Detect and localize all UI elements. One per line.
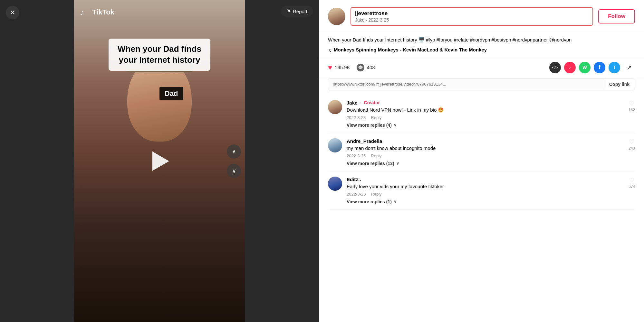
heart-icon[interactable]: ♥ xyxy=(328,63,332,72)
comment-item-andre: Andre_Pradella my man don't know about i… xyxy=(328,133,635,171)
tiktok-logo-icon: ♪ xyxy=(77,6,89,18)
down-arrow-icon: ∨ xyxy=(232,167,236,174)
comment-text-editz: Early love your vids your my favourite t… xyxy=(347,183,624,190)
view-replies-jake[interactable]: View more replies (4) ∨ xyxy=(347,123,397,128)
likes-count: 195.9K xyxy=(335,65,350,70)
author-info-box: jjeverettrose Jake · 2022-3-25 xyxy=(351,7,593,26)
play-button[interactable] xyxy=(148,150,171,172)
comment-heart-icon-jake[interactable]: ♡ xyxy=(629,100,634,107)
nav-arrows: ∧ ∨ xyxy=(227,144,241,178)
author-avatar[interactable] xyxy=(328,8,345,25)
comment-text-jake: Download Nord VPN now! - Link in my bio … xyxy=(347,106,624,113)
comment-like-count-editz: 574 xyxy=(629,184,635,189)
close-icon: ✕ xyxy=(10,9,15,16)
comment-username-jake[interactable]: Jake xyxy=(347,100,357,106)
comment-meta-editz: 2022-3-25 Reply xyxy=(347,192,624,197)
follow-button[interactable]: Follow xyxy=(598,9,635,23)
comment-body-jake: Jake · Creator Download Nord VPN now! - … xyxy=(347,100,624,128)
video-main[interactable]: When your Dad finds your Internet histor… xyxy=(74,0,245,322)
likes-group: ♥ 195.9K xyxy=(328,63,350,72)
prev-video-button[interactable]: ∧ xyxy=(227,144,241,159)
comment-like-count-jake: 162 xyxy=(629,108,635,112)
dot-separator: · xyxy=(360,100,361,105)
author-username[interactable]: jjeverettrose xyxy=(355,10,589,17)
report-button[interactable]: ⚑ Report xyxy=(281,6,313,17)
comment-item-editz: Editz:. Early love your vids your my fav… xyxy=(328,171,635,210)
music-note-icon: ♫ xyxy=(328,47,332,53)
comment-text-andre: my man don't know about incognito mode xyxy=(347,145,624,152)
tiktok-brand-name: TikTok xyxy=(92,8,114,16)
facebook-share-button[interactable]: f xyxy=(594,62,605,73)
tiktok-header: ♪ TikTok xyxy=(77,6,114,18)
comment-avatar-andre[interactable] xyxy=(328,138,342,152)
copy-link-button[interactable]: Copy link xyxy=(604,78,635,90)
comment-date-jake: 2022-3-28 xyxy=(347,115,366,120)
comment-like-editz: ♡ 574 xyxy=(629,177,635,204)
comment-date-editz: 2022-3-25 xyxy=(347,192,366,197)
embed-icon: </> xyxy=(552,65,558,70)
comment-avatar-editz[interactable] xyxy=(328,177,342,191)
embed-button[interactable]: </> xyxy=(549,62,561,73)
tiktok-share-button[interactable]: ♪ xyxy=(564,62,576,73)
view-replies-label-jake: View more replies (4) xyxy=(347,123,392,128)
view-replies-label-andre: View more replies (13) xyxy=(347,161,394,166)
comments-count: 408 xyxy=(367,65,375,70)
view-replies-andre[interactable]: View more replies (13) ∨ xyxy=(347,161,399,166)
comment-author-line-andre: Andre_Pradella xyxy=(347,138,624,144)
twitter-icon: t xyxy=(614,65,615,70)
music-line: ♫ Monkeys Spinning Monkeys - Kevin MacLe… xyxy=(328,47,635,53)
music-title: Monkeys Spinning Monkeys - Kevin MacLeod… xyxy=(334,47,487,52)
next-video-button[interactable]: ∨ xyxy=(227,164,241,178)
comment-like-count-andre: 240 xyxy=(629,146,635,151)
url-bar: https://www.tiktok.com/@jjeverettrose/vi… xyxy=(328,78,635,90)
comment-body-andre: Andre_Pradella my man don't know about i… xyxy=(347,138,624,166)
video-dad-label: Dad xyxy=(159,87,183,100)
share-more-icon: ↗ xyxy=(627,64,632,71)
comment-item: Jake · Creator Download Nord VPN now! - … xyxy=(328,95,635,133)
close-button[interactable]: ✕ xyxy=(6,6,19,19)
report-label: Report xyxy=(293,9,307,14)
comment-username-andre[interactable]: Andre_Pradella xyxy=(347,138,382,144)
report-flag-icon: ⚑ xyxy=(287,8,291,14)
creator-badge: Creator xyxy=(364,100,380,105)
comment-icon[interactable]: 💬 xyxy=(357,64,364,71)
description-section: When your Dad finds your Internet histor… xyxy=(319,31,644,57)
share-icons: </> ♪ W f t ↗ xyxy=(549,62,635,73)
reply-button-editz[interactable]: Reply xyxy=(371,192,381,197)
comment-heart-icon-editz[interactable]: ♡ xyxy=(629,177,634,184)
comment-date-andre: 2022-3-25 xyxy=(347,153,366,158)
tiktok-share-icon: ♪ xyxy=(569,65,571,70)
comment-meta-andre: 2022-3-25 Reply xyxy=(347,153,624,158)
comment-heart-icon-andre[interactable]: ♡ xyxy=(629,138,634,145)
whatsapp-share-button[interactable]: W xyxy=(579,62,591,73)
comment-body-editz: Editz:. Early love your vids your my fav… xyxy=(347,177,624,204)
description-text: When your Dad finds your Internet histor… xyxy=(328,36,635,44)
video-bg-left xyxy=(0,0,74,322)
reply-button-andre[interactable]: Reply xyxy=(371,153,381,158)
comment-username-editz[interactable]: Editz:. xyxy=(347,177,361,182)
avatar-image xyxy=(328,8,345,25)
chevron-down-icon-jake: ∨ xyxy=(394,123,397,127)
more-share-button[interactable]: ↗ xyxy=(623,62,635,73)
chevron-down-icon-andre: ∨ xyxy=(396,161,399,166)
up-arrow-icon: ∧ xyxy=(232,148,236,155)
comment-author-line-editz: Editz:. xyxy=(347,177,624,182)
comments-section: Jake · Creator Download Nord VPN now! - … xyxy=(319,95,644,322)
video-text-box: When your Dad finds your Internet histor… xyxy=(109,39,210,71)
comments-group: 💬 408 xyxy=(357,64,375,71)
twitter-share-button[interactable]: t xyxy=(609,62,620,73)
right-panel: jjeverettrose Jake · 2022-3-25 Follow Wh… xyxy=(319,0,644,322)
comment-meta-jake: 2022-3-28 Reply xyxy=(347,115,624,120)
view-replies-editz[interactable]: View more replies (1) ∨ xyxy=(347,199,397,204)
actions-bar: ♥ 195.9K 💬 408 </> ♪ W f t xyxy=(319,57,644,78)
author-header: jjeverettrose Jake · 2022-3-25 Follow xyxy=(319,0,644,31)
play-triangle-icon xyxy=(152,152,169,171)
facebook-icon: f xyxy=(599,64,601,71)
comment-avatar-jake[interactable] xyxy=(328,100,342,114)
video-bg-right xyxy=(245,0,319,322)
comment-like-jake: ♡ 162 xyxy=(629,100,635,128)
view-replies-label-editz: View more replies (1) xyxy=(347,199,392,204)
reply-button-jake[interactable]: Reply xyxy=(371,115,381,120)
whatsapp-icon: W xyxy=(582,65,587,70)
comment-like-andre: ♡ 240 xyxy=(629,138,635,166)
